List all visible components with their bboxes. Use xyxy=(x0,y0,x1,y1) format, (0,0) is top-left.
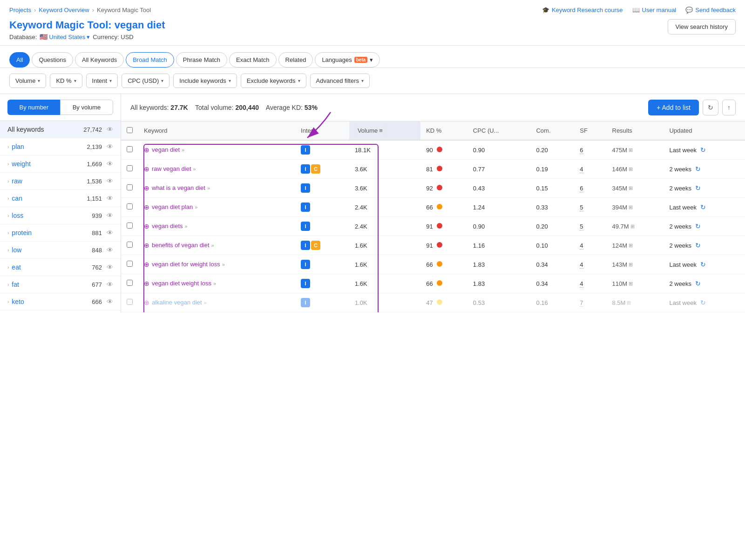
plus-icon[interactable]: ⊕ xyxy=(144,223,149,230)
keyword-link[interactable]: vegan diet for weight loss » xyxy=(152,261,225,268)
row-checkbox[interactable] xyxy=(127,203,133,209)
sidebar-item[interactable]: › fat 677 👁 xyxy=(0,276,121,293)
external-link-icon[interactable]: ⊞ xyxy=(629,262,633,268)
plus-icon[interactable]: ⊕ xyxy=(144,165,149,173)
sf-value[interactable]: 5 xyxy=(580,223,583,230)
send-feedback-link[interactable]: 💬 Send feedback xyxy=(685,7,736,13)
tab-languages[interactable]: Languages beta ▾ xyxy=(315,52,380,67)
sidebar-item[interactable]: › loss 939 👁 xyxy=(0,207,121,224)
refresh-button[interactable]: ↻ xyxy=(703,100,718,115)
refresh-data-icon[interactable]: ↻ xyxy=(693,242,701,249)
th-updated[interactable]: Updated xyxy=(664,121,745,140)
tab-exact-match[interactable]: Exact Match xyxy=(229,52,277,67)
by-number-button[interactable]: By number xyxy=(7,100,60,115)
user-manual-link[interactable]: 📖 User manual xyxy=(632,7,677,13)
plus-icon[interactable]: ⊕ xyxy=(144,261,149,268)
breadcrumb-keyword-overview[interactable]: Keyword Overview xyxy=(39,7,89,13)
plus-icon[interactable]: ⊕ xyxy=(144,203,149,211)
th-kd[interactable]: KD % xyxy=(420,121,467,140)
refresh-data-icon[interactable]: ↻ xyxy=(698,261,706,268)
external-link-icon[interactable]: ⊞ xyxy=(629,204,633,210)
external-link-icon[interactable]: ⊞ xyxy=(629,166,633,172)
include-keywords-filter[interactable]: Include keywords ▾ xyxy=(173,74,237,88)
row-checkbox[interactable] xyxy=(127,146,133,152)
plus-icon[interactable]: ⊕ xyxy=(144,299,149,306)
plus-icon[interactable]: ⊕ xyxy=(144,146,149,154)
select-all-checkbox[interactable] xyxy=(127,127,133,133)
tab-phrase-match[interactable]: Phrase Match xyxy=(176,52,227,67)
sidebar-item[interactable]: › eat 762 👁 xyxy=(0,259,121,276)
th-sf[interactable]: SF xyxy=(574,121,606,140)
intent-filter[interactable]: Intent ▾ xyxy=(86,74,118,88)
keyword-research-course-link[interactable]: 🎓 Keyword Research course xyxy=(542,7,623,13)
keyword-link[interactable]: vegan diets » xyxy=(152,223,188,229)
sidebar-item[interactable]: › keto 666 👁 xyxy=(0,293,121,310)
tab-all-keywords[interactable]: All Keywords xyxy=(75,52,124,67)
sf-value[interactable]: 4 xyxy=(580,242,583,250)
sidebar-item[interactable]: › can 1,151 👁 xyxy=(0,190,121,207)
sidebar-item[interactable]: › protein 881 👁 xyxy=(0,224,121,242)
sidebar-item[interactable]: › raw 1,536 👁 xyxy=(0,173,121,190)
th-intent[interactable]: Intent xyxy=(295,121,349,140)
external-link-icon[interactable]: ⊞ xyxy=(629,147,633,153)
sf-value[interactable]: 7 xyxy=(580,299,583,307)
sf-value[interactable]: 4 xyxy=(580,280,583,288)
keyword-link[interactable]: alkaline vegan diet » xyxy=(152,299,207,306)
external-link-icon[interactable]: ⊞ xyxy=(630,223,635,229)
refresh-data-icon[interactable]: ↻ xyxy=(693,223,701,230)
th-keyword[interactable]: Keyword xyxy=(138,121,295,140)
refresh-data-icon[interactable]: ↻ xyxy=(693,184,701,192)
sf-value[interactable]: 6 xyxy=(580,147,583,154)
sf-value[interactable]: 5 xyxy=(580,204,583,211)
row-checkbox[interactable] xyxy=(127,242,133,248)
database-selector[interactable]: 🇺🇸 United States ▾ xyxy=(40,33,90,40)
th-volume[interactable]: Volume ≡ xyxy=(349,121,420,140)
external-link-icon[interactable]: ⊞ xyxy=(627,300,631,306)
volume-filter[interactable]: Volume ▾ xyxy=(9,74,46,88)
refresh-data-icon[interactable]: ↻ xyxy=(698,203,706,211)
add-to-list-button[interactable]: + Add to list xyxy=(648,100,699,115)
by-volume-button[interactable]: By volume xyxy=(60,100,113,115)
view-search-history-button[interactable]: View search history xyxy=(668,19,736,34)
th-results[interactable]: Results xyxy=(607,121,664,140)
keyword-link[interactable]: what is a vegan diet » xyxy=(152,184,210,191)
cpc-filter[interactable]: CPC (USD) ▾ xyxy=(122,74,169,88)
row-checkbox[interactable] xyxy=(127,261,133,267)
sidebar-item[interactable]: › weight 1,669 👁 xyxy=(0,155,121,173)
refresh-data-icon[interactable]: ↻ xyxy=(698,146,706,154)
plus-icon[interactable]: ⊕ xyxy=(144,184,149,192)
export-button[interactable]: ↑ xyxy=(722,100,736,115)
sf-value[interactable]: 6 xyxy=(580,185,583,192)
keyword-link[interactable]: vegan diet plan » xyxy=(152,203,197,210)
sidebar-all-keywords[interactable]: All keywords 27,742 👁 xyxy=(0,121,121,138)
refresh-data-icon[interactable]: ↻ xyxy=(698,299,706,306)
sidebar-item[interactable]: › low 848 👁 xyxy=(0,242,121,259)
kd-filter[interactable]: KD % ▾ xyxy=(50,74,82,88)
external-link-icon[interactable]: ⊞ xyxy=(629,281,633,287)
refresh-data-icon[interactable]: ↻ xyxy=(693,165,701,173)
keyword-link[interactable]: vegan diet » xyxy=(152,146,184,153)
tab-questions[interactable]: Questions xyxy=(32,52,73,67)
th-com[interactable]: Com. xyxy=(530,121,574,140)
tab-broad-match[interactable]: Broad Match xyxy=(126,52,174,67)
tab-related[interactable]: Related xyxy=(278,52,313,67)
keyword-link[interactable]: raw vegan diet » xyxy=(152,165,196,172)
row-checkbox[interactable] xyxy=(127,184,133,190)
keyword-link[interactable]: benefits of vegan diet » xyxy=(152,242,214,249)
refresh-data-icon[interactable]: ↻ xyxy=(693,280,701,287)
breadcrumb-projects[interactable]: Projects xyxy=(9,7,31,13)
tab-all[interactable]: All xyxy=(9,52,30,67)
external-link-icon[interactable]: ⊞ xyxy=(629,185,633,191)
external-link-icon[interactable]: ⊞ xyxy=(629,243,633,249)
row-checkbox[interactable] xyxy=(127,280,133,286)
volume-sort-control[interactable]: Volume ≡ xyxy=(355,126,386,135)
sf-value[interactable]: 4 xyxy=(580,261,583,269)
row-checkbox[interactable] xyxy=(127,165,133,171)
sidebar-item[interactable]: › plan 2,139 👁 xyxy=(0,138,121,155)
row-checkbox[interactable] xyxy=(127,223,133,229)
th-cpc[interactable]: CPC (U... xyxy=(467,121,531,140)
exclude-keywords-filter[interactable]: Exclude keywords ▾ xyxy=(241,74,306,88)
plus-icon[interactable]: ⊕ xyxy=(144,242,149,249)
sf-value[interactable]: 4 xyxy=(580,166,583,173)
plus-icon[interactable]: ⊕ xyxy=(144,280,149,287)
